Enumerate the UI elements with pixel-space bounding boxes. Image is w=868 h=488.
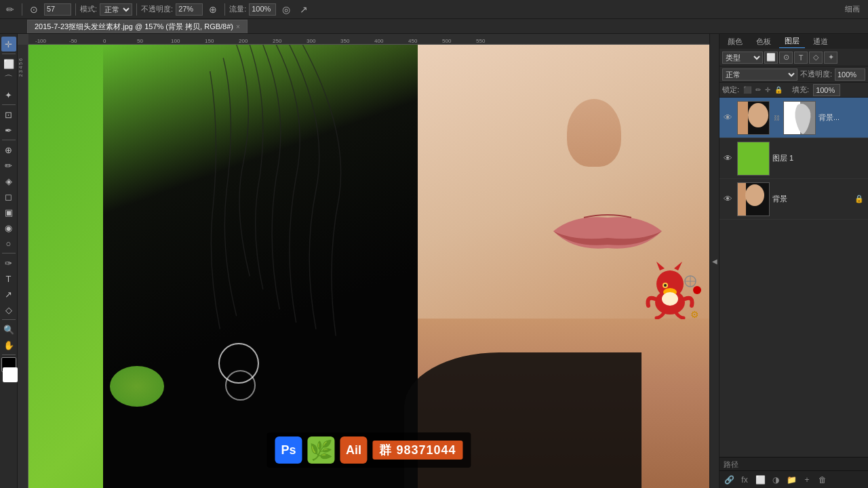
layer-visibility-toggle-2[interactable]: 👁 xyxy=(724,194,734,204)
green-blob xyxy=(110,366,164,407)
top-right-label: 细画 xyxy=(845,4,865,14)
blend-opacity-row: 正常 不透明度: xyxy=(719,66,868,83)
path-selection-tool[interactable]: ↗ xyxy=(1,287,16,302)
blend-mode-select[interactable]: 正常 xyxy=(100,3,132,16)
marquee-tool[interactable]: ⬜ xyxy=(1,56,16,71)
layer-style-btn[interactable]: fx xyxy=(738,474,751,486)
lock-transparent-btn[interactable]: ⬛ xyxy=(742,85,753,94)
brush-tool[interactable]: ✏ xyxy=(1,158,16,173)
filter-adjust-btn[interactable]: ⊙ xyxy=(779,52,793,64)
tool-separator-1 xyxy=(2,54,16,54)
hand-tool[interactable]: ✋ xyxy=(1,338,16,352)
opacity-input[interactable]: 27% xyxy=(176,3,203,16)
layer-item-background-copy[interactable]: 👁 ⛓ 背景... xyxy=(719,98,868,138)
brush-cursor-inner xyxy=(225,370,256,401)
layer-item-layer1[interactable]: 👁 图层 1 xyxy=(719,138,868,179)
group-text: 群 98371044 xyxy=(372,441,462,460)
layer-filter-select[interactable]: 类型 xyxy=(722,52,763,64)
ruler-mark-550: 550 xyxy=(476,38,485,44)
clone-tool[interactable]: ◈ xyxy=(1,174,16,188)
channels-tab[interactable]: 通道 xyxy=(808,35,833,48)
canvas-area[interactable]: ⚙ Ps 🌿 Ail 群 98371044 xyxy=(28,45,709,488)
panel-collapse-button[interactable]: ◀ xyxy=(709,34,719,488)
fill-input[interactable] xyxy=(813,84,840,96)
lock-paint-btn[interactable]: ✏ xyxy=(754,85,762,94)
filter-shape-btn[interactable]: ◇ xyxy=(809,52,823,64)
color-tab[interactable]: 颜色 xyxy=(722,35,748,48)
ruler-mark-200: 200 xyxy=(239,38,248,44)
tab-bar: 2015-7-23抠细头发丝素材.jpg @ 157% (背景 拷贝, RGB/… xyxy=(0,19,868,34)
layer-thumb-portrait xyxy=(737,101,770,135)
ps-icon: Ps xyxy=(275,436,302,464)
airbrush-icon[interactable]: ◎ xyxy=(279,2,294,17)
tab-close-button[interactable]: × xyxy=(236,23,240,30)
svg-point-3 xyxy=(664,284,667,287)
filter-smart-btn[interactable]: ✦ xyxy=(824,52,837,64)
new-layer-btn[interactable]: + xyxy=(800,474,814,486)
smooth-icon[interactable]: ↗ xyxy=(296,2,311,17)
background-color[interactable] xyxy=(3,367,18,382)
yellow-gear-icon: ⚙ xyxy=(690,309,701,320)
layer-visibility-toggle-1[interactable]: 👁 xyxy=(724,153,734,163)
lock-label: 锁定: xyxy=(722,85,739,95)
lips-area xyxy=(547,204,669,258)
text-tool[interactable]: T xyxy=(1,271,16,286)
crop-tool[interactable]: ⊡ xyxy=(1,107,16,122)
layer-mask-btn[interactable]: ⬜ xyxy=(753,474,767,486)
ruler-mark-150: 150 xyxy=(205,38,214,44)
layer-lock-icon-2: 🔒 xyxy=(854,195,864,203)
pen-tool[interactable]: ✑ xyxy=(1,256,16,270)
ruler-mark-n100: -100 xyxy=(35,38,46,44)
brush-tool-icon[interactable]: ✏ xyxy=(3,2,18,17)
left-ruler-label: 2 3 4 5 6 xyxy=(18,58,23,77)
svg-point-13 xyxy=(748,103,768,127)
lock-move-btn[interactable]: ✛ xyxy=(764,85,772,94)
watermark-banner: Ps 🌿 Ail 群 98371044 xyxy=(267,432,471,468)
opacity-toggle-icon[interactable]: ⊕ xyxy=(205,2,220,17)
adjustment-layer-btn[interactable]: ◑ xyxy=(769,474,783,486)
brush-preset-icon[interactable]: ⊙ xyxy=(26,2,41,17)
move-tool[interactable]: ✛ xyxy=(1,37,16,52)
ruler-mark-450: 450 xyxy=(408,38,417,44)
healing-tool[interactable]: ⊕ xyxy=(1,142,16,157)
separator-4 xyxy=(224,3,225,16)
lasso-tool[interactable]: ⌒ xyxy=(1,72,16,87)
layer-item-bg[interactable]: 👁 背景 🔒 xyxy=(719,179,868,220)
layer-opacity-input[interactable] xyxy=(835,68,865,81)
swatches-tab[interactable]: 色板 xyxy=(751,35,776,48)
layer-blend-mode-select[interactable]: 正常 xyxy=(722,68,797,81)
brush-size-input[interactable]: 57 xyxy=(44,3,71,16)
ruler-mark-400: 400 xyxy=(374,38,383,44)
lock-icons-group: ⬛ ✏ ✛ 🔒 xyxy=(742,85,784,94)
layer-visibility-toggle-0[interactable]: 👁 xyxy=(724,113,734,123)
magic-wand-tool[interactable]: ✦ xyxy=(1,87,16,102)
separator-2 xyxy=(75,3,76,16)
link-layers-btn[interactable]: 🔗 xyxy=(722,474,736,486)
shoulder-hair xyxy=(404,352,642,488)
lock-all-btn[interactable]: 🔒 xyxy=(773,85,784,94)
left-toolbar: ✛ ⬜ ⌒ ✦ ⊡ ✒ ⊕ ✏ ◈ ◻ ▣ ◉ ○ ✑ T ↗ ◇ 🔍 ✋ xyxy=(0,34,18,488)
layers-filter-row: 类型 ⬜ ⊙ T ◇ ✦ xyxy=(719,49,868,66)
blur-tool[interactable]: ◉ xyxy=(1,220,16,235)
group-layers-btn[interactable]: 📁 xyxy=(785,474,798,486)
delete-layer-btn[interactable]: 🗑 xyxy=(816,474,829,486)
layer-opacity-label: 不透明度: xyxy=(800,69,832,79)
svg-marker-6 xyxy=(674,262,682,270)
zoom-tool[interactable]: 🔍 xyxy=(1,322,16,337)
filter-text-btn[interactable]: T xyxy=(794,52,808,64)
ai-icon: Ail xyxy=(340,436,367,464)
gradient-tool[interactable]: ▣ xyxy=(1,205,16,220)
svg-point-7 xyxy=(662,292,678,306)
layers-tab[interactable]: 图层 xyxy=(779,35,805,48)
ruler-mark-300: 300 xyxy=(307,38,315,44)
eraser-tool[interactable]: ◻ xyxy=(1,189,16,204)
dodge-tool[interactable]: ○ xyxy=(1,236,16,251)
active-tab[interactable]: 2015-7-23抠细头发丝素材.jpg @ 157% (背景 拷贝, RGB/… xyxy=(27,20,248,33)
eyedropper-tool[interactable]: ✒ xyxy=(1,123,16,138)
shape-tool[interactable]: ◇ xyxy=(1,302,16,317)
flow-input[interactable]: 100% xyxy=(249,3,276,16)
separator-3 xyxy=(136,3,137,16)
lock-fill-row: 锁定: ⬛ ✏ ✛ 🔒 填充: xyxy=(719,83,868,98)
path-section-label: 路径 xyxy=(719,457,868,470)
filter-pixel-btn[interactable]: ⬜ xyxy=(764,52,778,64)
